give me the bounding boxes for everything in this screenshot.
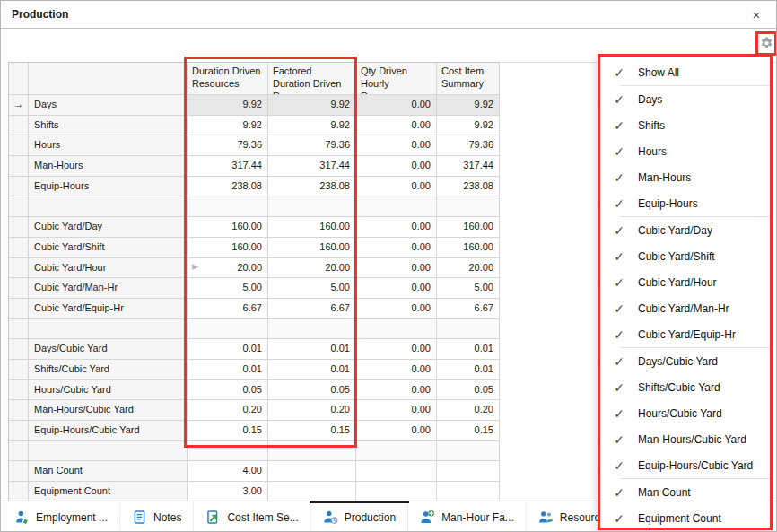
row-selector[interactable] (9, 339, 29, 360)
column-header-duration-driven-resources[interactable]: Duration Driven Resources (188, 63, 268, 95)
column-header-qty-driven-hourly-resources[interactable]: Qty Driven Hourly Resources (356, 63, 437, 95)
menu-item-cubic-yard-shift[interactable]: ✓Cubic Yard/Shift (600, 243, 770, 269)
value-cell[interactable]: 0.00 (356, 217, 437, 238)
menu-item-equip-hours[interactable]: ✓Equip-Hours (600, 190, 770, 216)
row-selector[interactable] (9, 177, 29, 197)
row-selector[interactable] (9, 278, 29, 299)
value-cell[interactable]: 5.00 (437, 278, 500, 299)
value-cell[interactable]: 0.15 (188, 421, 268, 441)
row-selector[interactable]: → (9, 95, 29, 116)
value-cell[interactable]: 317.44 (188, 156, 268, 177)
menu-item-show-all[interactable]: ✓Show All (600, 59, 770, 85)
value-cell[interactable]: 0.00 (356, 339, 437, 360)
value-cell[interactable]: 9.92 (268, 116, 356, 136)
value-cell[interactable]: 317.44 (437, 156, 500, 177)
value-cell[interactable]: 0.00 (356, 116, 437, 136)
tab-cost-item-se[interactable]: Cost Item Se... (194, 501, 310, 532)
value-cell[interactable]: 0.20 (268, 400, 356, 421)
menu-item-hours-cubic-yard[interactable]: ✓Hours/Cubic Yard (600, 400, 770, 426)
menu-item-shifts[interactable]: ✓Shifts (600, 112, 770, 138)
row-selector[interactable] (9, 156, 29, 177)
value-cell[interactable]: 0.00 (356, 421, 437, 441)
value-cell[interactable]: 0.00 (356, 258, 437, 279)
tab-employment[interactable]: Employment ... (3, 501, 120, 532)
value-cell[interactable]: 160.00 (437, 217, 500, 238)
close-icon[interactable]: × (747, 7, 765, 22)
value-cell[interactable] (188, 196, 268, 217)
menu-item-days[interactable]: ✓Days (600, 86, 770, 112)
value-cell[interactable]: 20.00 (437, 258, 500, 279)
row-selector[interactable] (9, 299, 29, 319)
value-cell[interactable]: 160.00 (188, 217, 268, 238)
row-selector[interactable] (9, 380, 29, 401)
value-cell[interactable]: 0.01 (268, 360, 356, 380)
value-cell[interactable]: 0.15 (437, 421, 500, 441)
value-cell[interactable]: 0.01 (437, 360, 500, 380)
row-selector[interactable] (9, 217, 29, 238)
menu-item-man-hours-cubic-yard[interactable]: ✓Man-Hours/Cubic Yard (600, 426, 770, 452)
row-selector[interactable] (9, 360, 29, 380)
value-cell[interactable]: 20.00 (268, 258, 356, 279)
column-chooser-gear-button[interactable] (755, 31, 777, 56)
value-cell[interactable]: 317.44 (268, 156, 356, 177)
row-selector[interactable] (9, 116, 29, 136)
row-selector[interactable] (9, 196, 29, 217)
value-cell[interactable] (268, 196, 356, 217)
value-cell[interactable]: 79.36 (188, 135, 268, 156)
row-selector[interactable] (9, 400, 29, 421)
value-cell[interactable] (437, 461, 500, 482)
value-cell[interactable]: ▶20.00 (188, 258, 268, 279)
value-cell[interactable]: 79.36 (437, 135, 500, 156)
menu-item-shifts-cubic-yard[interactable]: ✓Shifts/Cubic Yard (600, 374, 770, 400)
menu-item-cubic-yard-equip-hr[interactable]: ✓Cubic Yard/Equip-Hr (600, 321, 770, 347)
value-cell[interactable]: 6.67 (437, 299, 500, 319)
value-cell[interactable]: 0.00 (356, 380, 437, 401)
value-cell[interactable] (268, 319, 356, 340)
value-cell[interactable]: 9.92 (268, 95, 356, 116)
value-cell[interactable]: 0.00 (356, 278, 437, 299)
value-cell[interactable]: 0.00 (356, 177, 437, 197)
column-header-factored-duration-driven-resources[interactable]: Factored Duration Driven Resources (268, 63, 356, 95)
value-cell[interactable]: 0.00 (356, 95, 437, 116)
value-cell[interactable]: 9.92 (437, 95, 500, 116)
value-cell[interactable]: 4.00 (188, 461, 268, 482)
value-cell[interactable] (268, 441, 356, 462)
menu-item-man-hours[interactable]: ✓Man-Hours (600, 164, 770, 190)
value-cell[interactable]: 0.01 (437, 339, 500, 360)
value-cell[interactable] (356, 319, 437, 340)
menu-item-days-cubic-yard[interactable]: ✓Days/Cubic Yard (600, 348, 770, 374)
column-header-cost-item-summary[interactable]: Cost Item Summary (437, 63, 500, 95)
value-cell[interactable] (356, 196, 437, 217)
value-cell[interactable]: 0.01 (188, 360, 268, 380)
value-cell[interactable]: 238.08 (188, 177, 268, 197)
value-cell[interactable] (356, 441, 437, 462)
value-cell[interactable]: 9.92 (188, 95, 268, 116)
value-cell[interactable] (437, 196, 500, 217)
row-selector[interactable] (9, 135, 29, 156)
row-selector[interactable] (9, 441, 29, 462)
value-cell[interactable]: 0.00 (356, 135, 437, 156)
menu-item-cubic-yard-man-hr[interactable]: ✓Cubic Yard/Man-Hr (600, 295, 770, 321)
row-selector[interactable] (9, 482, 29, 502)
row-selector[interactable] (9, 461, 29, 482)
value-cell[interactable]: 6.67 (188, 299, 268, 319)
menu-item-equipment-count[interactable]: ✓Equipment Count (600, 505, 770, 531)
column-header-empty[interactable] (29, 63, 188, 95)
value-cell[interactable]: 0.00 (356, 400, 437, 421)
value-cell[interactable]: 79.36 (268, 135, 356, 156)
value-cell[interactable] (188, 441, 268, 462)
value-cell[interactable] (437, 319, 500, 340)
row-selector[interactable] (9, 421, 29, 441)
value-cell[interactable]: 3.00 (188, 482, 268, 502)
value-cell[interactable] (268, 482, 356, 502)
value-cell[interactable]: 0.01 (188, 339, 268, 360)
value-cell[interactable]: 0.20 (437, 400, 500, 421)
value-cell[interactable]: 160.00 (437, 238, 500, 258)
value-cell[interactable] (356, 461, 437, 482)
tab-notes[interactable]: Notes (120, 501, 194, 532)
value-cell[interactable]: 160.00 (268, 217, 356, 238)
value-cell[interactable]: 238.08 (268, 177, 356, 197)
menu-item-man-count[interactable]: ✓Man Count (600, 479, 770, 505)
value-cell[interactable] (188, 319, 268, 340)
value-cell[interactable]: 9.92 (437, 116, 500, 136)
